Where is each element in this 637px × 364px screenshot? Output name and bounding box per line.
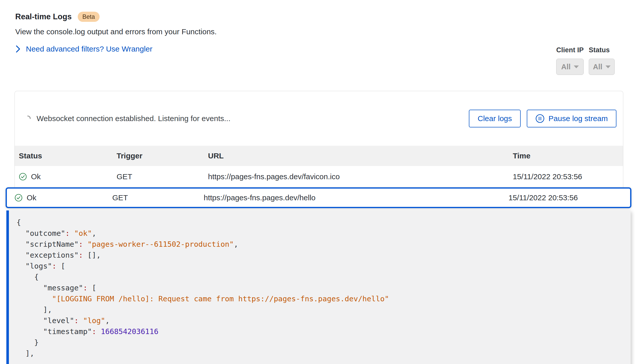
chevron-right-icon	[15, 45, 21, 53]
page-subtitle: View the console.log output and errors f…	[15, 27, 622, 36]
logs-toolbar: Websocket connection established. Listen…	[15, 91, 623, 146]
time-cell: 15/11/2022 20:53:56	[513, 172, 623, 181]
table-header-row: Status Trigger URL Time	[15, 146, 623, 166]
status-filter-label: Status	[589, 46, 615, 54]
status-dropdown[interactable]: All	[589, 59, 615, 75]
time-cell: 15/11/2022 20:53:56	[508, 193, 630, 202]
header-status: Status	[19, 152, 117, 160]
code-line: {	[17, 217, 631, 228]
caret-down-icon	[574, 65, 579, 68]
code-line: ],	[17, 304, 631, 315]
code-line: "level": "log",	[17, 315, 631, 326]
client-ip-filter: Client IP All	[556, 46, 584, 75]
spinner-icon	[24, 115, 31, 122]
table-row-selected[interactable]: Ok GET https://pages-fns.pages.dev/hello…	[6, 187, 631, 208]
beta-badge: Beta	[78, 12, 99, 22]
pause-log-stream-label: Pause log stream	[549, 114, 608, 123]
code-line: "scriptName": "pages-worker--611502-prod…	[17, 239, 631, 250]
code-line: {	[17, 272, 631, 283]
wrangler-link-row[interactable]: Need advanced filters? Use Wrangler	[15, 45, 622, 53]
status-filter: Status All	[589, 46, 615, 75]
client-ip-dropdown[interactable]: All	[556, 59, 584, 75]
status-cell: Ok	[19, 172, 117, 181]
code-line: "timestamp": 1668542036116	[17, 326, 631, 337]
url-cell: https://pages-fns.pages.dev/favicon.ico	[208, 172, 513, 181]
header-time: Time	[513, 152, 623, 160]
trigger-cell: GET	[112, 193, 204, 202]
clear-logs-label: Clear logs	[477, 114, 512, 123]
table-row[interactable]: Ok GET https://pages-fns.pages.dev/favic…	[15, 166, 623, 187]
clear-logs-button[interactable]: Clear logs	[469, 110, 520, 127]
status-value: Ok	[31, 172, 41, 181]
code-line: "outcome": "ok",	[17, 228, 631, 239]
status-value: Ok	[27, 193, 36, 202]
code-line: "exceptions": [],	[17, 250, 631, 261]
websocket-status-text: Websocket connection established. Listen…	[37, 114, 230, 123]
check-circle-icon	[14, 194, 23, 202]
pause-icon	[535, 114, 545, 123]
wrangler-link[interactable]: Need advanced filters? Use Wrangler	[26, 45, 152, 53]
page-header: Real-time Logs Beta View the console.log…	[0, 0, 637, 53]
code-line: ],	[17, 348, 631, 359]
caret-down-icon	[606, 65, 611, 68]
header-url: URL	[208, 152, 513, 160]
pause-log-stream-button[interactable]: Pause log stream	[527, 110, 616, 127]
logs-card: Websocket connection established. Listen…	[14, 91, 623, 187]
toolbar-buttons: Clear logs Pause log stream	[469, 110, 616, 127]
header-trigger: Trigger	[117, 152, 208, 160]
client-ip-value: All	[561, 63, 570, 71]
expanded-log-entry: Ok GET https://pages-fns.pages.dev/hello…	[6, 187, 631, 364]
url-cell: https://pages-fns.pages.dev/hello	[204, 193, 508, 202]
title-row: Real-time Logs Beta	[15, 12, 622, 22]
client-ip-label: Client IP	[556, 46, 584, 54]
page-title: Real-time Logs	[15, 12, 72, 21]
trigger-cell: GET	[117, 172, 208, 181]
code-line: "message": [	[17, 283, 631, 293]
status-filter-value: All	[593, 63, 602, 71]
log-json-panel: { "outcome": "ok", "scriptName": "pages-…	[6, 210, 631, 364]
websocket-status: Websocket connection established. Listen…	[24, 114, 230, 123]
code-line: "[LOGGING FROM /hello]: Request came fro…	[17, 293, 631, 304]
check-circle-icon	[19, 173, 27, 181]
code-line: "logs": [	[17, 261, 631, 272]
code-line: }	[17, 337, 631, 348]
filters: Client IP All Status All	[556, 46, 615, 75]
status-cell: Ok	[14, 193, 112, 202]
